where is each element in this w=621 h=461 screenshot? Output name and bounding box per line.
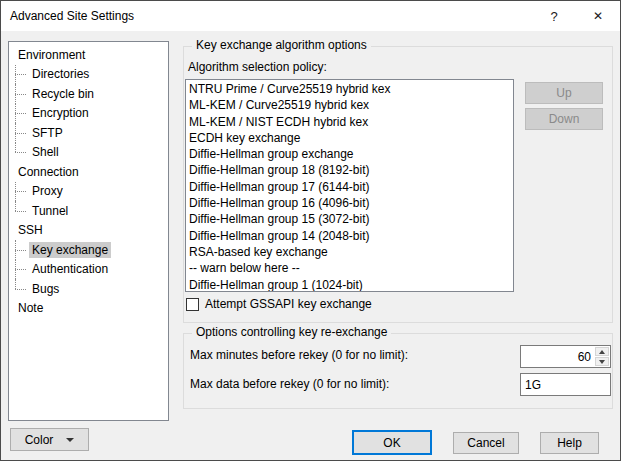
down-button[interactable]: Down — [525, 108, 603, 130]
list-item[interactable]: Diffie-Hellman group 14 (2048-bit) — [189, 228, 513, 244]
list-item[interactable]: Diffie-Hellman group 16 (4096-bit) — [189, 195, 513, 211]
help-button[interactable]: Help — [540, 432, 599, 454]
list-item[interactable]: ML-KEM / NIST ECDH hybrid kex — [189, 114, 513, 130]
tree-item-environment[interactable]: Environment — [9, 45, 168, 65]
cancel-button[interactable]: Cancel — [453, 432, 519, 454]
settings-tree: Environment Directories Recycle bin Encr… — [8, 41, 169, 421]
group-title: Key exchange algorithm options — [192, 38, 371, 52]
list-item[interactable]: ML-KEM / Curve25519 hybrid kex — [189, 97, 513, 113]
max-data-label: Max data before rekey (0 for no limit): — [190, 377, 389, 391]
chevron-down-icon — [66, 438, 74, 442]
tree-connector — [15, 279, 29, 299]
list-item[interactable]: NTRU Prime / Curve25519 hybrid kex — [189, 81, 513, 97]
window-title: Advanced Site Settings — [10, 9, 134, 23]
up-button[interactable]: Up — [525, 82, 603, 104]
tree-connector — [15, 201, 29, 221]
rekey-options-group: Options controlling key re-exchange Max … — [183, 333, 613, 409]
tree-item-recycle-bin[interactable]: Recycle bin — [9, 84, 168, 104]
list-item[interactable]: Diffie-Hellman group 1 (1024-bit) — [189, 277, 513, 292]
tree-item-encryption[interactable]: Encryption — [9, 104, 168, 124]
list-item[interactable]: RSA-based key exchange — [189, 244, 513, 260]
spinner-down-icon[interactable] — [595, 357, 609, 366]
titlebar: Advanced Site Settings ? ✕ — [1, 1, 620, 31]
tree-item-bugs[interactable]: Bugs — [9, 279, 168, 299]
color-button-label: Color — [25, 433, 54, 447]
algorithm-policy-list[interactable]: NTRU Prime / Curve25519 hybrid kex ML-KE… — [185, 79, 514, 292]
tree-connector — [15, 240, 29, 260]
tree-item-directories[interactable]: Directories — [9, 65, 168, 85]
gssapi-checkbox-row[interactable]: Attempt GSSAPI key exchange — [186, 297, 372, 311]
list-item[interactable]: Diffie-Hellman group 17 (6144-bit) — [189, 179, 513, 195]
list-item[interactable]: Diffie-Hellman group exchange — [189, 146, 513, 162]
tree-item-proxy[interactable]: Proxy — [9, 182, 168, 202]
color-button[interactable]: Color — [10, 428, 89, 451]
list-item[interactable]: Diffie-Hellman group 15 (3072-bit) — [189, 211, 513, 227]
help-icon[interactable]: ? — [532, 1, 576, 31]
tree-item-ssh[interactable]: SSH — [9, 221, 168, 241]
advanced-site-settings-dialog: Advanced Site Settings ? ✕ Environment D… — [0, 0, 621, 461]
tree-item-shell[interactable]: Shell — [9, 143, 168, 163]
close-icon[interactable]: ✕ — [576, 1, 620, 31]
tree-connector — [15, 84, 29, 104]
max-minutes-label: Max minutes before rekey (0 for no limit… — [190, 348, 408, 362]
kex-options-group: Key exchange algorithm options Algorithm… — [183, 46, 613, 323]
group-title: Options controlling key re-exchange — [192, 325, 391, 339]
tree-connector — [15, 143, 29, 163]
list-item[interactable]: Diffie-Hellman group 18 (8192-bit) — [189, 162, 513, 178]
max-minutes-spinner — [520, 345, 611, 368]
tree-connector — [15, 260, 29, 280]
tree-connector — [15, 123, 29, 143]
list-item[interactable]: -- warn below here -- — [189, 260, 513, 276]
tree-connector — [15, 182, 29, 202]
max-data-input[interactable] — [520, 373, 611, 396]
policy-label: Algorithm selection policy: — [188, 60, 327, 74]
tree-item-tunnel[interactable]: Tunnel — [9, 201, 168, 221]
gssapi-checkbox[interactable] — [186, 298, 199, 311]
list-item[interactable]: ECDH key exchange — [189, 130, 513, 146]
tree-connector — [15, 104, 29, 124]
tree-item-connection[interactable]: Connection — [9, 162, 168, 182]
gssapi-checkbox-label: Attempt GSSAPI key exchange — [205, 297, 372, 311]
tree-item-key-exchange[interactable]: Key exchange — [9, 240, 168, 260]
max-minutes-input[interactable] — [521, 346, 594, 367]
ok-button[interactable]: OK — [352, 430, 432, 455]
tree-item-sftp[interactable]: SFTP — [9, 123, 168, 143]
tree-connector — [15, 65, 29, 85]
tree-item-authentication[interactable]: Authentication — [9, 260, 168, 280]
tree-item-note[interactable]: Note — [9, 299, 168, 319]
spinner-up-icon[interactable] — [595, 347, 609, 356]
